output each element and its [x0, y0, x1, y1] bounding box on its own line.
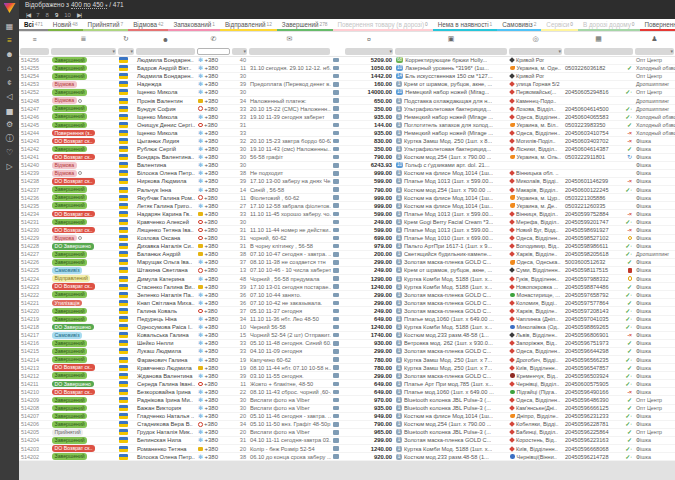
- product-name: Куртка Замш Мод. 250 (1шт. х 7...: [404, 356, 492, 364]
- carrier-icon: [509, 179, 515, 185]
- first-page-button[interactable]: |◀: [26, 11, 30, 19]
- order-total: 999.00: [374, 202, 392, 210]
- tab-Сервіси[interactable]: Сервіси0: [541, 19, 578, 31]
- quantity-badge: 1: [396, 389, 402, 395]
- client-filter-input[interactable]: [136, 48, 195, 55]
- carrier-icon: [509, 114, 515, 120]
- channel-icon: [333, 106, 339, 111]
- sidebar-item-warehouse-icon[interactable]: ⌂: [0, 62, 19, 76]
- snowflake-icon: ✻: [198, 437, 203, 443]
- source-filter-input[interactable]: ▾: [635, 48, 674, 55]
- price-filter-input[interactable]: ▾: [345, 48, 393, 55]
- sidebar-item-finance-icon[interactable]: ¢: [0, 76, 19, 90]
- product-name: Поглотитель запахов для холод...: [404, 121, 493, 129]
- order-source: Фішка: [636, 323, 651, 331]
- quantity-badge: 1: [396, 235, 402, 241]
- delivery-city: Одеса, Відділен..: [516, 396, 560, 404]
- tab-Завершений[interactable]: Завершений278: [277, 19, 333, 31]
- channel-icon: [333, 171, 339, 176]
- status-badge: Самовивіз: [52, 267, 82, 274]
- age-value: 31: [240, 436, 246, 444]
- phone-number: +380: [205, 275, 219, 283]
- channel-icon: [333, 301, 339, 306]
- order-total: 1240.00: [371, 283, 392, 291]
- sidebar-item-clients-icon[interactable]: ☻: [0, 48, 19, 62]
- delivery-city: Украина, м. Оль..: [517, 153, 561, 161]
- status-filter-input[interactable]: ▾: [51, 48, 116, 55]
- tab-label: Завершений: [282, 21, 319, 28]
- phone-filter-input[interactable]: [197, 48, 230, 55]
- ttn-number: 5003600512632: [565, 258, 605, 266]
- tab-Нема в наявності[interactable]: Нема в наявності1: [433, 19, 498, 31]
- range-selector[interactable]: 400 по 450 ▾: [71, 1, 108, 9]
- phone-number: +380: [205, 177, 219, 185]
- client-name: Дихавка Наталія Си..: [137, 242, 194, 250]
- page-button-8[interactable]: 8: [46, 11, 49, 19]
- comment-text: 11.10 11-44 номер не действи...: [250, 226, 331, 234]
- ttn-number: 20450596228781: [565, 420, 609, 428]
- snowflake-icon: ✻: [198, 316, 203, 322]
- tab-Самовивіз[interactable]: Самовивіз2: [497, 19, 541, 31]
- sidebar-item-marketing-icon[interactable]: ◁: [0, 90, 19, 104]
- ttn-number: 20450597208143: [565, 307, 609, 315]
- channel-icon: [333, 341, 339, 346]
- country-filter-input[interactable]: ▾: [118, 48, 134, 55]
- client-name: Ковальська Галина: [137, 331, 189, 339]
- order-source: Фішка: [636, 234, 651, 242]
- channel-icon: [333, 398, 339, 403]
- table-footer-space: [19, 461, 675, 480]
- sidebar-item-statistics-icon[interactable]: ▅: [0, 104, 19, 118]
- tab-Повернення товару (в дорозі)[interactable]: Повернення товару (в дорозі)0: [333, 19, 433, 31]
- comment-filter-input[interactable]: [249, 48, 330, 55]
- product-name: Платье мод.1060 (1шт. х 649.00 ...: [404, 388, 494, 396]
- sidebar-item-info-icon[interactable]: ⓘ: [0, 132, 19, 146]
- page-button-9[interactable]: 9: [55, 11, 58, 19]
- last-page-button[interactable]: ▶|: [77, 11, 81, 19]
- delivery-city: Кам'янське(Дні..: [516, 404, 557, 412]
- delivered-check-icon: ✓: [627, 122, 632, 128]
- tab-Повернення (в дорозі)[interactable]: Повернення (в дорозі)0: [640, 19, 675, 31]
- sidebar-item-dashboard-icon[interactable]: ▦: [0, 20, 19, 34]
- app-logo-icon[interactable]: [4, 3, 16, 13]
- status-badge: Завершений: [52, 397, 87, 404]
- tab-В дорозі додому[interactable]: В дорозі додому0: [578, 19, 640, 31]
- tab-Запакований[interactable]: Запакований1: [168, 19, 220, 31]
- ukraine-flag-icon: [119, 170, 128, 176]
- order-id-filter-input[interactable]: [20, 48, 49, 55]
- product-name: Гольф с ґудзиками арт. dol. 21...: [405, 161, 489, 169]
- tab-Всі[interactable]: Всі471: [19, 19, 48, 31]
- tab-Новий[interactable]: Новий48: [48, 19, 83, 31]
- chevron-down-icon: ▾: [558, 48, 561, 55]
- delivery-city-filter-input[interactable]: ▾: [509, 48, 562, 55]
- carrier-icon: [509, 381, 515, 387]
- age-value: 20: [240, 428, 246, 436]
- status-badge: Завершений: [52, 65, 87, 72]
- age-value: 19: [240, 356, 246, 364]
- order-row[interactable]: 514202ЗавершенийБілоока Олена Петр..✻+38…: [19, 453, 675, 461]
- ukraine-flag-icon: [119, 373, 128, 379]
- page-button-7[interactable]: 7: [36, 11, 39, 19]
- page-button-10[interactable]: 10: [64, 11, 71, 19]
- range-prefix: Відображено з: [25, 1, 69, 8]
- tab-count: 42: [158, 22, 163, 27]
- product-name: Костюм мод.254 (1шт. х 790.00 ...: [404, 153, 491, 161]
- age-value: 33: [240, 105, 246, 113]
- delivery-city: Кривой Рог: [516, 56, 544, 64]
- ttn-filter-input[interactable]: [564, 48, 633, 55]
- phone-number: +380: [205, 299, 219, 307]
- tab-Відправлений[interactable]: Відправлений12: [220, 19, 277, 31]
- phone-number: +380: [205, 412, 219, 420]
- age-filter-input[interactable]: ▾: [232, 48, 247, 55]
- sidebar-item-settings-icon[interactable]: ⚙: [0, 118, 19, 132]
- sidebar-item-orders-icon[interactable]: ≡: [0, 34, 19, 48]
- age-value: 39: [240, 372, 246, 380]
- sidebar-item-video-icon[interactable]: ▷: [0, 160, 19, 174]
- age-value: 10: [240, 323, 246, 331]
- tab-Прийнятий[interactable]: Прийнятий7: [83, 19, 129, 31]
- comment-text: Капучино 60-62: [250, 356, 291, 364]
- product-filter-input[interactable]: [395, 48, 507, 55]
- sidebar-item-support-icon[interactable]: ♡: [0, 146, 19, 160]
- order-id: 514208: [21, 404, 39, 412]
- status-badge: DO Возврат ск..: [52, 138, 95, 145]
- tab-Відмова[interactable]: Відмова42: [128, 19, 168, 31]
